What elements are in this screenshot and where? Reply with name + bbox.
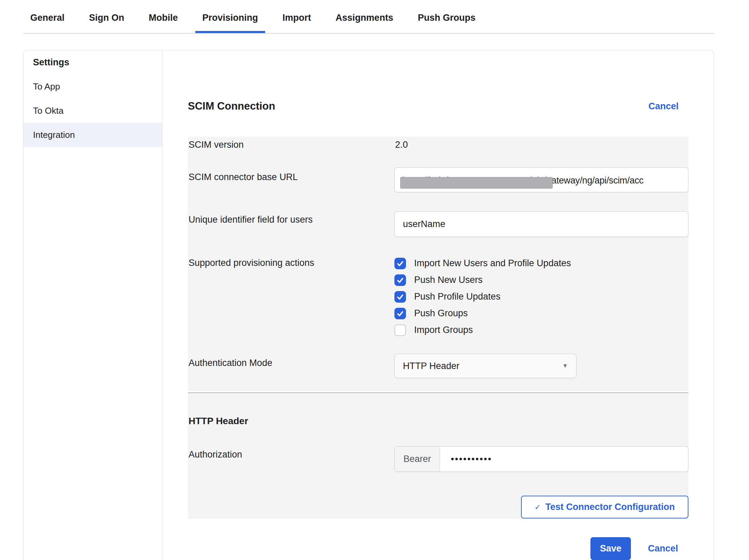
cancel-link-bottom[interactable]: Cancel — [648, 543, 678, 554]
http-header-title: HTTP Header — [189, 416, 248, 427]
provisioning-panel: Settings To App To Okta Integration SCIM… — [23, 50, 714, 560]
tab-general[interactable]: General — [23, 0, 72, 33]
checkbox-import-new-users[interactable]: Import New Users and Profile Updates — [394, 255, 571, 272]
tab-assignments[interactable]: Assignments — [328, 0, 401, 33]
authorization-input-group: Bearer •••••••••• — [394, 446, 688, 472]
checkbox-icon — [394, 324, 406, 336]
auth-mode-select[interactable]: HTTP Header ▼ — [394, 354, 576, 378]
auth-mode-value: HTTP Header — [403, 361, 459, 371]
scim-version-label: SCIM version — [189, 140, 244, 150]
checkbox-icon — [394, 291, 406, 303]
scim-base-url-label: SCIM connector base URL — [189, 172, 298, 182]
authorization-label: Authorization — [189, 449, 242, 460]
scim-base-url-input[interactable]: https://b5bd-125-19-67-140.ngrok.io/gate… — [394, 167, 688, 192]
authorization-token-input[interactable]: •••••••••• — [440, 447, 688, 471]
sidebar-item-integration[interactable]: Integration — [23, 123, 162, 147]
checkbox-label: Push Profile Updates — [414, 291, 501, 302]
save-button[interactable]: Save — [590, 537, 631, 560]
provisioning-actions-label: Supported provisioning actions — [189, 258, 314, 268]
unique-id-label: Unique identifier field for users — [189, 214, 313, 225]
provisioning-actions-list: Import New Users and Profile Updates Pus… — [394, 255, 571, 338]
settings-sidebar: Settings To App To Okta Integration — [23, 50, 162, 560]
unique-id-input[interactable]: userName — [394, 211, 688, 237]
checkbox-label: Import Groups — [414, 325, 473, 335]
dropdown-caret-icon: ▼ — [562, 363, 568, 369]
checkbox-push-profile-updates[interactable]: Push Profile Updates — [394, 288, 571, 305]
checkbox-icon — [394, 258, 406, 269]
auth-mode-label: Authentication Mode — [189, 358, 272, 368]
checkmark-icon: ✓ — [535, 503, 541, 511]
scim-version-value: 2.0 — [395, 140, 408, 150]
scim-form-section: SCIM version 2.0 SCIM connector base URL… — [188, 137, 688, 391]
checkbox-label: Import New Users and Profile Updates — [414, 258, 571, 269]
cancel-link-top[interactable]: Cancel — [648, 101, 679, 112]
scim-connection-content: SCIM Connection Cancel SCIM version 2.0 … — [163, 50, 714, 560]
page: General Sign On Mobile Provisioning Impo… — [0, 0, 749, 560]
test-connector-configuration-button[interactable]: ✓ Test Connector Configuration — [521, 496, 688, 518]
checkbox-icon — [394, 308, 406, 319]
tab-push-groups[interactable]: Push Groups — [411, 0, 483, 33]
http-header-section: HTTP Header Authorization Bearer •••••••… — [188, 392, 688, 519]
title-row: SCIM Connection Cancel — [188, 98, 688, 114]
checkbox-label: Push New Users — [414, 275, 483, 285]
test-button-label: Test Connector Configuration — [546, 502, 675, 512]
tab-mobile[interactable]: Mobile — [142, 0, 185, 33]
page-title: SCIM Connection — [188, 100, 275, 112]
sidebar-title: Settings — [23, 50, 162, 75]
sidebar-item-to-okta[interactable]: To Okta — [23, 99, 162, 123]
bearer-prefix: Bearer — [395, 447, 440, 471]
tab-import[interactable]: Import — [275, 0, 318, 33]
redaction-bar — [400, 177, 553, 189]
checkbox-push-new-users[interactable]: Push New Users — [394, 272, 571, 288]
checkbox-label: Push Groups — [414, 308, 468, 319]
sidebar-item-to-app[interactable]: To App — [23, 75, 162, 99]
tab-sign-on[interactable]: Sign On — [82, 0, 132, 33]
checkbox-push-groups[interactable]: Push Groups — [394, 305, 571, 322]
checkbox-import-groups[interactable]: Import Groups — [394, 322, 571, 338]
checkbox-icon — [394, 274, 406, 286]
tab-provisioning[interactable]: Provisioning — [195, 0, 265, 33]
app-tabbar: General Sign On Mobile Provisioning Impo… — [23, 0, 714, 34]
